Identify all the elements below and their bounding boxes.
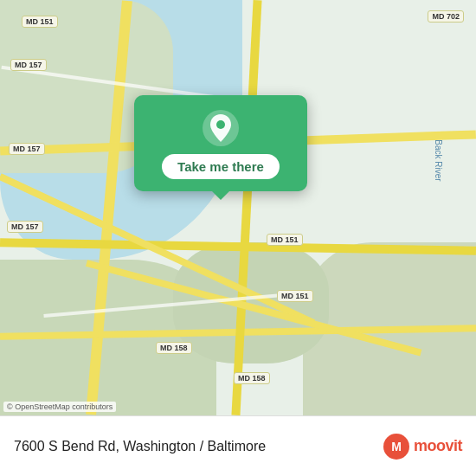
take-me-there-button[interactable]: Take me there xyxy=(162,154,280,179)
road-label-md157-1: MD 157 xyxy=(10,59,47,71)
map-container: MD 151 MD 157 MD 157 MD 157 MD 151 MD 15… xyxy=(0,0,476,415)
road-label-md151-center: MD 151 xyxy=(267,234,303,246)
svg-point-1 xyxy=(216,120,225,129)
road-label-md702: MD 702 xyxy=(428,10,464,23)
moovit-logo-text: moovit xyxy=(414,437,462,455)
map-background xyxy=(0,0,476,415)
road-label-md151-mid: MD 151 xyxy=(277,290,313,302)
svg-text:M: M xyxy=(391,440,402,453)
location-tooltip[interactable]: Take me there xyxy=(134,95,307,191)
moovit-logo-icon: M xyxy=(383,433,410,460)
road-label-md157-3: MD 157 xyxy=(7,221,43,233)
bottom-bar: 7600 S Bend Rd, Washington / Baltimore M… xyxy=(0,415,476,476)
map-attribution: © OpenStreetMap contributors xyxy=(3,402,116,412)
road-label-md158-1: MD 158 xyxy=(156,342,192,354)
address-text: 7600 S Bend Rd, Washington / Baltimore xyxy=(14,439,266,454)
river-label: Back River xyxy=(433,139,442,181)
road-label-md151-top: MD 151 xyxy=(22,16,58,28)
road-label-md157-2: MD 157 xyxy=(9,143,45,155)
location-pin-icon xyxy=(202,109,240,147)
road-label-md158-2: MD 158 xyxy=(234,372,270,384)
moovit-logo: M moovit xyxy=(383,433,462,460)
